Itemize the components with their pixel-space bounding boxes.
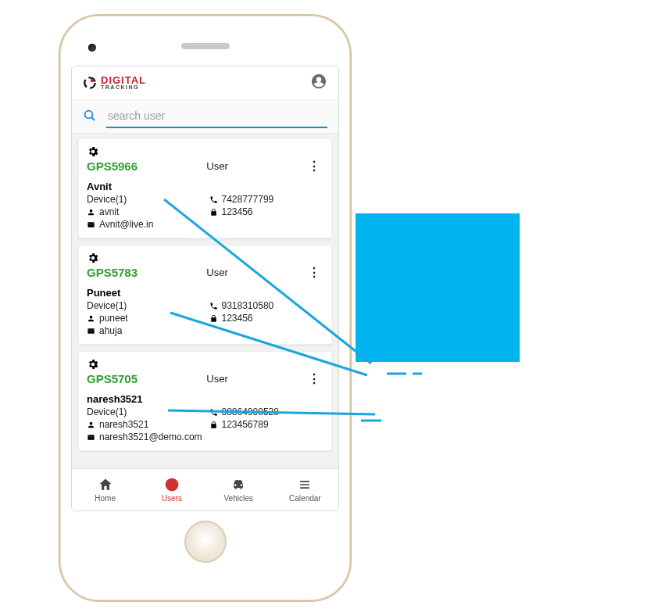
kebab-menu-icon[interactable]: ⋮ (305, 373, 323, 385)
phone-value: 08864908528 (209, 406, 324, 417)
svg-point-2 (85, 111, 93, 119)
app-header: DIGITAL TRACKING (72, 66, 338, 100)
kebab-menu-icon[interactable]: ⋮ (305, 160, 323, 173)
phone-icon (209, 302, 218, 310)
email-value: naresh3521@demo.com (87, 432, 323, 442)
user-card: GPS5783 User ⋮ Puneet Device(1) 93183105… (78, 245, 332, 345)
password-value: 123456 (209, 206, 324, 217)
person-icon (87, 314, 95, 323)
kebab-menu-icon[interactable]: ⋮ (305, 267, 323, 279)
brand-logo: DIGITAL TRACKING (83, 76, 146, 90)
nav-vehicles[interactable]: Vehicles (206, 477, 272, 503)
callout-label (500, 395, 633, 415)
user-role: User (130, 160, 305, 172)
password-value: 123456789 (209, 419, 324, 430)
gear-icon[interactable] (87, 145, 99, 161)
account-icon[interactable] (310, 73, 327, 93)
email-value: ahuja (87, 325, 323, 336)
nav-label: Calendar (289, 494, 321, 503)
nav-label: Home (95, 494, 116, 503)
lock-icon (209, 314, 218, 323)
lock-icon (209, 208, 218, 217)
user-name: Puneet (87, 287, 323, 299)
svg-point-5 (170, 483, 173, 485)
phone-frame: DIGITAL TRACKING (59, 14, 352, 602)
svg-point-1 (91, 79, 95, 83)
gear-icon[interactable] (87, 252, 99, 267)
nav-calendar[interactable]: Calendar (272, 477, 338, 503)
user-name: Avnit (87, 181, 323, 192)
phone-value: 7428777799 (209, 194, 324, 205)
username-value: avnit (87, 206, 202, 217)
email-value: Avnit@live.in (87, 219, 323, 230)
user-card: GPS5705 User ⋮ naresh3521 Device(1) 0886… (78, 351, 332, 451)
user-list: GPS5966 User ⋮ Avnit Device(1) 742877779… (72, 134, 338, 468)
person-icon (87, 208, 95, 217)
search-input[interactable] (108, 109, 326, 122)
search-icon[interactable] (83, 109, 97, 126)
svg-point-0 (84, 77, 95, 88)
nav-label: Vehicles (224, 494, 253, 503)
mail-icon (87, 433, 95, 442)
lock-icon (209, 421, 218, 429)
device-count: Device(1) (87, 300, 202, 311)
gear-icon[interactable] (87, 358, 99, 374)
nav-label: Users (162, 494, 182, 503)
logo-text-primary: DIGITAL (101, 76, 146, 85)
phone-icon (209, 195, 218, 204)
hardware-home-button[interactable] (184, 521, 227, 563)
device-count: Device(1) (87, 406, 202, 417)
phone-icon (209, 408, 218, 417)
mail-icon (87, 220, 95, 229)
logo-icon (83, 76, 97, 90)
user-role: User (130, 267, 305, 278)
device-count: Device(1) (87, 194, 202, 205)
phone-value: 9318310580 (209, 300, 324, 311)
logo-text-secondary: TRACKING (101, 85, 146, 90)
front-camera (88, 44, 96, 52)
username-value: naresh3521 (87, 419, 202, 430)
user-name: naresh3521 (87, 393, 323, 405)
person-icon (87, 421, 95, 429)
nav-home[interactable]: Home (72, 477, 138, 503)
nav-users[interactable]: Users (138, 477, 205, 503)
callout-box (356, 213, 520, 362)
search-bar (72, 100, 338, 134)
svg-line-3 (91, 117, 95, 120)
username-value: puneet (87, 313, 202, 324)
phone-bezel-top (71, 27, 339, 66)
user-role: User (130, 373, 305, 385)
password-value: 123456 (209, 313, 324, 324)
speaker-grille (181, 43, 230, 49)
bottom-nav: Home Users Vehicles Calendar (72, 468, 338, 510)
user-card: GPS5966 User ⋮ Avnit Device(1) 742877779… (78, 138, 332, 238)
app-screen: DIGITAL TRACKING (71, 66, 339, 511)
mail-icon (87, 327, 95, 335)
